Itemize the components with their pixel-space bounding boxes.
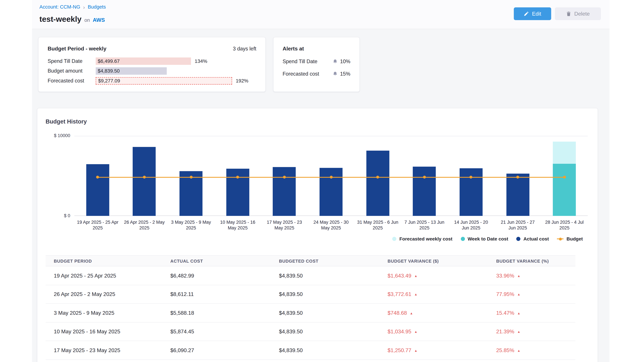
chart-column bbox=[214, 136, 261, 216]
trend-up-icon: ▲ bbox=[517, 293, 520, 297]
budget-table-body: 19 Apr 2025 - 25 Apr 2025$6,482.99$4,839… bbox=[46, 266, 576, 360]
page: Account: CCM-NG › Budgets test-weekly on… bbox=[0, 0, 644, 362]
cell-budget-variance-pct: 77.95%▲ bbox=[488, 291, 576, 297]
actual-cost-bar[interactable] bbox=[133, 147, 156, 216]
legend-dot-icon bbox=[461, 237, 465, 241]
actual-cost-bar[interactable] bbox=[320, 168, 342, 216]
page-title: test-weekly bbox=[40, 15, 82, 24]
chart-column bbox=[401, 136, 448, 216]
column-header: ACTUAL COST bbox=[162, 258, 271, 263]
legend-item[interactable]: Forecasted weekly cost bbox=[392, 237, 452, 241]
budget-amount-row: Budget amount $4,839.50 bbox=[48, 67, 256, 75]
x-axis-label: 28 Jun 2025 - 4 Jul 2025 bbox=[541, 219, 588, 231]
table-row[interactable]: 3 May 2025 - 9 May 2025$5,588.18$4,839.5… bbox=[46, 304, 576, 322]
provider-link[interactable]: AWS bbox=[93, 17, 105, 23]
table-row[interactable]: 17 May 2025 - 23 May 2025$6,090.27$4,839… bbox=[46, 341, 576, 360]
chart-columns bbox=[74, 136, 588, 216]
chart-column bbox=[121, 136, 168, 216]
table-row[interactable]: 26 Apr 2025 - 2 May 2025$8,612.11$4,839.… bbox=[46, 285, 576, 304]
bell-icon bbox=[333, 71, 338, 76]
trend-up-icon: ▲ bbox=[414, 274, 418, 278]
delete-button[interactable]: Delete bbox=[555, 7, 601, 20]
chart-column bbox=[168, 136, 214, 216]
alerts-title: Alerts at bbox=[274, 37, 360, 59]
trend-up-icon: ▲ bbox=[414, 330, 418, 334]
budget-period-card: Budget Period - weekly 3 days left Spend… bbox=[38, 37, 266, 92]
x-axis-label: 24 May 2025 - 30 May 2025 bbox=[308, 219, 354, 231]
actual-cost-bar[interactable] bbox=[413, 167, 436, 216]
forecasted-cost-bar: $9,277.09 bbox=[96, 77, 232, 84]
budget-line-point[interactable] bbox=[143, 176, 146, 178]
actual-cost-bar[interactable] bbox=[460, 168, 482, 216]
chart-column bbox=[494, 136, 541, 216]
x-axis-label: 31 May 2025 - 6 Jun 2025 bbox=[354, 219, 401, 231]
cell-actual-cost: $8,612.11 bbox=[162, 291, 271, 297]
legend-label: Week to Date cost bbox=[468, 237, 508, 241]
actual-cost-bar[interactable] bbox=[86, 164, 109, 216]
breadcrumb-chevron-icon: › bbox=[83, 4, 85, 10]
alert-forecasted-cost: Forecasted cost 15% bbox=[274, 71, 360, 77]
legend-label: Budget bbox=[566, 237, 583, 241]
table-row[interactable]: 10 May 2025 - 16 May 2025$5,874.45$4,839… bbox=[46, 323, 576, 341]
x-axis-label: 10 May 2025 - 16 May 2025 bbox=[214, 219, 261, 231]
cell-budget-variance-usd: $3,772.61▲ bbox=[379, 291, 488, 297]
pencil-icon bbox=[524, 11, 529, 16]
edit-button-label: Edit bbox=[532, 11, 541, 17]
x-axis-label: 7 Jun 2025 - 13 Jun 2025 bbox=[401, 219, 448, 231]
x-axis-label: 26 Apr 2025 - 2 May 2025 bbox=[121, 219, 168, 231]
x-axis-label: 17 May 2025 - 23 May 2025 bbox=[261, 219, 308, 231]
budget-table-header: BUDGET PERIODACTUAL COSTBUDGETED COSTBUD… bbox=[46, 255, 576, 266]
forecasted-weekly-cost-bar[interactable] bbox=[553, 142, 576, 216]
legend-dot-icon bbox=[516, 237, 520, 241]
legend-item[interactable]: Actual cost bbox=[516, 237, 549, 241]
budget-line-point[interactable] bbox=[283, 176, 286, 178]
trend-up-icon: ▲ bbox=[414, 349, 418, 353]
budget-amount-bar: $4,839.50 bbox=[96, 67, 167, 75]
cell-budget-variance-usd: $1,643.49▲ bbox=[379, 273, 488, 279]
legend-label: Actual cost bbox=[524, 237, 549, 241]
cell-budget-variance-pct: 21.39%▲ bbox=[488, 329, 576, 335]
actual-cost-bar[interactable] bbox=[506, 174, 529, 216]
cell-actual-cost: $6,482.99 bbox=[162, 273, 271, 279]
x-axis-label: 19 Apr 2025 - 25 Apr 2025 bbox=[74, 219, 121, 231]
actual-cost-bar[interactable] bbox=[366, 151, 389, 216]
trend-up-icon: ▲ bbox=[517, 311, 520, 315]
trend-up-icon: ▲ bbox=[517, 274, 520, 278]
chart-xlabels: 19 Apr 2025 - 25 Apr 202526 Apr 2025 - 2… bbox=[74, 219, 588, 231]
budget-amount-value: $4,839.50 bbox=[98, 68, 120, 74]
x-axis-label: 21 Jun 2025 - 27 Jun 2025 bbox=[494, 219, 541, 231]
legend-item[interactable]: Budget bbox=[557, 237, 583, 241]
chart-column bbox=[261, 136, 308, 216]
cell-budgeted-cost: $4,839.50 bbox=[271, 291, 379, 297]
chart-column bbox=[308, 136, 354, 216]
breadcrumb: Account: CCM-NG › Budgets bbox=[40, 4, 106, 10]
cell-budget-period: 19 Apr 2025 - 25 Apr 2025 bbox=[46, 273, 162, 279]
spend-percent-label: 134% bbox=[195, 58, 207, 64]
column-header: BUDGET VARIANCE ($) bbox=[379, 258, 488, 263]
cell-budget-period: 3 May 2025 - 9 May 2025 bbox=[46, 310, 162, 316]
actual-cost-bar[interactable] bbox=[273, 167, 296, 216]
breadcrumb-budgets-link[interactable]: Budgets bbox=[88, 4, 106, 10]
legend-label: Forecasted weekly cost bbox=[399, 237, 452, 241]
title-on-word: on bbox=[84, 17, 90, 23]
cell-actual-cost: $6,090.27 bbox=[162, 347, 271, 353]
spend-till-date-row: Spend Till Date $6,499.67 134% bbox=[48, 57, 256, 65]
legend-item[interactable]: Week to Date cost bbox=[461, 237, 508, 241]
cell-budget-period: 17 May 2025 - 23 May 2025 bbox=[46, 347, 162, 353]
week-to-date-cost-bar[interactable] bbox=[553, 164, 576, 216]
budget-line-point[interactable] bbox=[563, 176, 566, 178]
breadcrumb-account-link[interactable]: Account: CCM-NG bbox=[40, 4, 80, 10]
cell-actual-cost: $5,588.18 bbox=[162, 310, 271, 316]
chart-column bbox=[448, 136, 494, 216]
edit-button[interactable]: Edit bbox=[514, 7, 551, 20]
table-row[interactable]: 19 Apr 2025 - 25 Apr 2025$6,482.99$4,839… bbox=[46, 266, 576, 285]
budget-history-chart bbox=[74, 136, 588, 216]
forecasted-cost-row: Forecasted cost $9,277.09 192% bbox=[48, 77, 256, 84]
row-label: Spend Till Date bbox=[48, 58, 96, 64]
cell-budgeted-cost: $4,839.50 bbox=[271, 329, 379, 335]
cell-budget-variance-pct: 25.85%▲ bbox=[488, 347, 576, 353]
y-axis-label-zero: $ 0 bbox=[40, 213, 70, 218]
legend-dot-icon bbox=[392, 237, 396, 241]
budget-line-point[interactable] bbox=[423, 176, 426, 178]
x-axis-label: 14 Jun 2025 - 20 Jun 2025 bbox=[448, 219, 494, 231]
